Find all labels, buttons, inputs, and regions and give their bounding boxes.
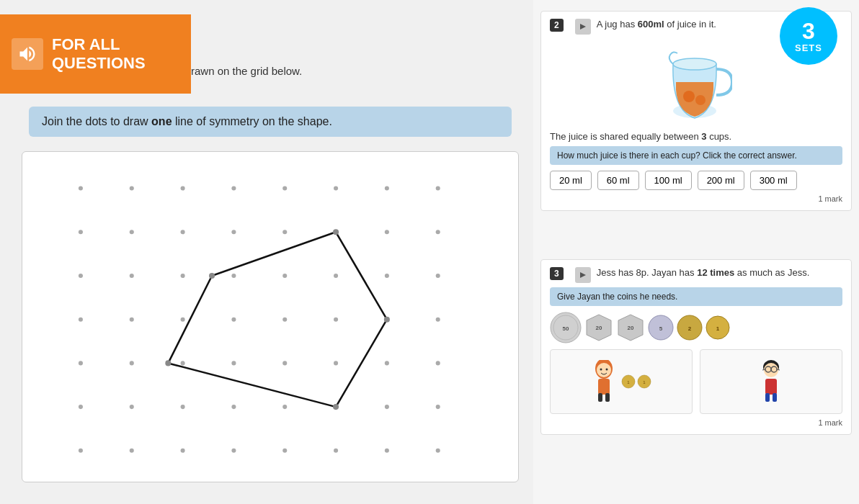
svg-marker-56 [168, 232, 387, 407]
svg-text:50: 50 [563, 325, 569, 332]
svg-point-4 [282, 186, 287, 191]
svg-point-3 [231, 186, 236, 191]
answer-box-boy[interactable] [700, 349, 842, 414]
svg-point-61 [209, 273, 215, 279]
coins-row: 50 20 20 5 2 [550, 312, 842, 343]
boy-figure [758, 360, 784, 403]
svg-point-20 [282, 274, 287, 278]
coin-2p[interactable]: 2 [677, 315, 703, 341]
svg-point-27 [231, 318, 236, 322]
svg-point-5 [334, 186, 338, 191]
svg-point-37 [334, 361, 338, 365]
svg-point-82 [597, 363, 611, 377]
svg-point-23 [436, 274, 440, 278]
sets-number: 3 [802, 19, 815, 42]
q3-mark: 1 mark [550, 418, 842, 427]
svg-point-11 [231, 230, 236, 234]
header-label: FOR ALL QUESTIONS [52, 35, 179, 73]
instruction-box: Join the dots to draw one line of symmet… [29, 107, 512, 137]
svg-point-54 [385, 449, 389, 453]
svg-point-6 [385, 186, 389, 191]
q3-audio-button[interactable] [575, 267, 591, 283]
svg-point-64 [683, 91, 695, 102]
svg-point-26 [181, 318, 185, 322]
svg-point-46 [385, 405, 389, 409]
question-partial-text: rawn on the grid below. [191, 65, 519, 77]
svg-text:2: 2 [688, 325, 692, 332]
option-60ml[interactable]: 60 ml [597, 171, 639, 190]
svg-point-21 [334, 274, 338, 278]
option-200ml[interactable]: 200 ml [698, 171, 744, 190]
svg-point-50 [181, 449, 185, 453]
coin-1p[interactable]: 1 [706, 315, 730, 340]
svg-point-40 [79, 405, 83, 409]
q3-number: 3 [550, 267, 564, 280]
svg-point-22 [385, 274, 389, 278]
svg-point-7 [436, 186, 440, 191]
svg-point-33 [130, 361, 134, 365]
coin-50p[interactable]: 50 [550, 312, 582, 343]
coin-20p-b[interactable]: 20 [616, 313, 645, 342]
option-300ml[interactable]: 300 ml [750, 171, 797, 190]
q2-shared-text: The juice is shared equally between 3 cu… [550, 131, 842, 142]
speaker-icon[interactable] [12, 38, 43, 70]
sets-label: SETS [795, 42, 822, 53]
q2-instruction: How much juice is there in each cup? Cli… [550, 146, 842, 165]
svg-rect-100 [765, 393, 770, 402]
svg-point-48 [79, 449, 83, 453]
svg-point-31 [436, 318, 440, 322]
svg-point-47 [436, 405, 440, 409]
svg-rect-87 [605, 393, 610, 402]
svg-point-25 [130, 318, 134, 322]
svg-marker-67 [580, 272, 586, 278]
svg-point-2 [181, 186, 185, 191]
option-100ml[interactable]: 100 ml [645, 171, 692, 190]
svg-point-36 [282, 361, 287, 365]
option-20ml[interactable]: 20 ml [550, 171, 592, 190]
svg-rect-101 [773, 393, 777, 402]
svg-point-57 [333, 229, 339, 235]
svg-point-66 [673, 58, 716, 70]
header-bar[interactable]: FOR ALL QUESTIONS [0, 14, 191, 94]
q2-audio-button[interactable] [575, 19, 591, 35]
svg-point-34 [181, 361, 185, 365]
svg-point-10 [181, 230, 185, 234]
svg-point-84 [606, 369, 608, 371]
svg-rect-99 [765, 379, 777, 395]
q3-answer-boxes: 1 1 [550, 349, 842, 414]
svg-point-83 [600, 369, 602, 371]
svg-text:20: 20 [596, 325, 602, 331]
girl-figure [591, 360, 617, 403]
right-panel: 3 SETS 2 A jug has 600ml of juice in it. [533, 0, 859, 504]
coin-5p[interactable]: 5 [648, 315, 674, 341]
svg-point-58 [384, 317, 390, 323]
q2-number: 2 [550, 19, 564, 32]
svg-point-39 [436, 361, 440, 365]
svg-point-43 [231, 405, 236, 409]
svg-point-12 [282, 230, 287, 234]
svg-rect-85 [598, 379, 610, 395]
answer-box-girl[interactable]: 1 1 [550, 349, 693, 414]
svg-point-38 [385, 361, 389, 365]
svg-point-44 [282, 405, 287, 409]
svg-point-14 [385, 230, 389, 234]
sets-badge: 3 SETS [780, 7, 837, 65]
svg-point-51 [231, 449, 236, 453]
svg-point-16 [79, 274, 83, 278]
svg-point-59 [333, 404, 339, 410]
svg-point-49 [130, 449, 134, 453]
svg-point-42 [181, 405, 185, 409]
svg-point-8 [79, 230, 83, 234]
svg-point-24 [79, 318, 83, 322]
svg-point-9 [130, 230, 134, 234]
svg-point-29 [334, 318, 338, 322]
left-panel: FOR ALL QUESTIONS rawn on the grid below… [0, 0, 533, 504]
svg-point-28 [282, 318, 287, 322]
svg-text:20: 20 [628, 325, 634, 331]
svg-text:1: 1 [716, 325, 720, 332]
coin-20p-a[interactable]: 20 [584, 313, 613, 342]
dot-grid-area[interactable] [22, 151, 519, 482]
svg-point-1 [130, 186, 134, 191]
svg-point-19 [231, 274, 236, 278]
svg-point-17 [130, 274, 134, 278]
